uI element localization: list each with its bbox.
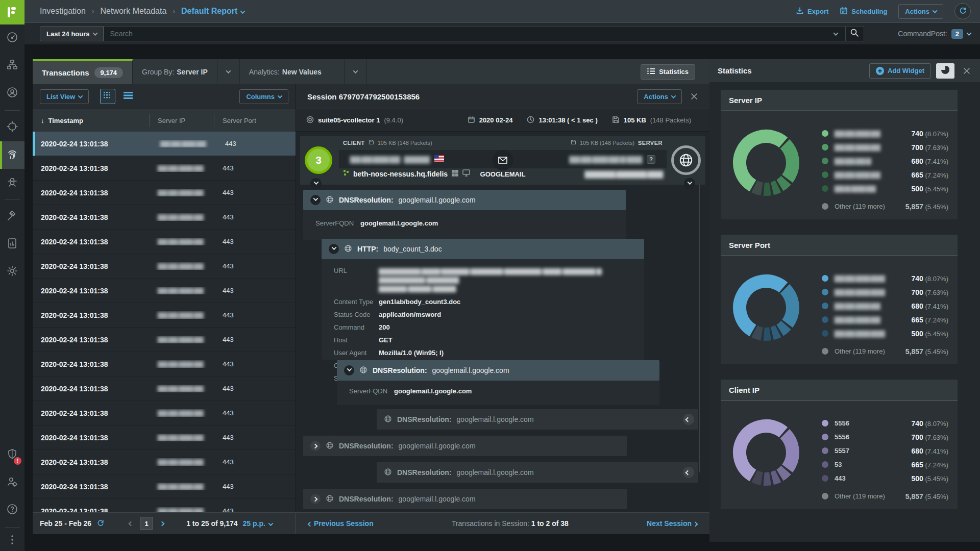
fidelis-logo[interactable] <box>0 0 24 24</box>
close-session-icon[interactable] <box>687 89 701 104</box>
breadcrumb-default-report[interactable]: Default Report <box>181 7 244 16</box>
collapse-node-button[interactable] <box>344 365 354 375</box>
tab-transactions[interactable]: Transactions 9,174 <box>33 59 133 84</box>
tree-node-dnsresolution-1[interactable]: DNSResolution:googlemail.l.google.com <box>303 190 626 210</box>
chevron-down-icon[interactable] <box>967 31 972 36</box>
collapse-node-button[interactable] <box>329 244 339 254</box>
sidebar-item-help[interactable] <box>0 496 24 524</box>
actions-dropdown[interactable]: Actions <box>898 4 943 19</box>
donut-chart-client-ip[interactable] <box>725 412 807 493</box>
analytics-dropdown[interactable] <box>345 59 367 84</box>
close-statistics-icon[interactable] <box>960 64 974 78</box>
legend-item[interactable]: 5557680 (7.41%) <box>822 444 948 458</box>
sidebar-item-user[interactable] <box>0 80 24 107</box>
prev-page-button[interactable] <box>129 521 134 526</box>
sidebar-item-settings[interactable] <box>0 258 24 286</box>
column-header-timestamp[interactable]: ↓Timestamp <box>33 114 150 127</box>
table-row[interactable]: 2020-02-24 13:01:38▇▇.▇▇.▇▇▇.▇▇443 <box>33 425 296 450</box>
table-row[interactable]: 2020-02-24 13:01:38▇▇.▇▇.▇▇▇.▇▇443 <box>33 303 296 328</box>
legend-item[interactable]: Other (119 more)5,857 (5.45%) <box>822 199 948 213</box>
sidebar-item-investigation[interactable] <box>0 141 24 169</box>
search-input[interactable] <box>104 30 827 38</box>
legend-item[interactable]: ▇▇.▇▇.▇▇▇.▇▇665 (7.24%) <box>822 313 948 327</box>
table-row[interactable]: 2020-02-24 13:01:38▇▇.▇▇.▇▇▇.▇▇443 <box>33 401 296 425</box>
auto-refresh-toggle[interactable] <box>954 3 971 19</box>
sidebar-item-system-health[interactable]: ! <box>0 441 24 469</box>
list-view-select[interactable]: List View <box>40 89 89 104</box>
expand-node-button[interactable] <box>310 441 321 451</box>
session-hop-badge[interactable]: 3 <box>305 146 332 174</box>
tree-node-dnsresolution-ghost[interactable]: DNSResolution:googlemail.l.google.com <box>377 462 698 483</box>
tree-node-dnsresolution-collapsed[interactable]: DNSResolution:googlemail.l.google.com <box>303 489 627 509</box>
group-by-dropdown[interactable] <box>217 59 240 84</box>
current-page[interactable]: 1 <box>140 517 153 530</box>
table-row[interactable]: 2020-02-24 13:01:38▇▇.▇▇.▇▇▇.▇▇443 <box>33 205 296 230</box>
donut-chart-server-port[interactable] <box>725 267 807 348</box>
legend-item[interactable]: ▇▇.▇▇.▇▇▇.▇▇▇740 (8.07%) <box>822 271 948 285</box>
export-button[interactable]: Export <box>796 7 828 16</box>
legend-item[interactable]: ▇▇.▇.▇▇▇.▇▇500 (5.45%) <box>822 182 948 195</box>
table-row[interactable]: 2020-02-24 13:01:38▇▇.▇▇.▇▇▇.▇▇443 <box>33 499 296 512</box>
expand-node-button[interactable] <box>310 494 321 504</box>
row-view-button[interactable] <box>120 89 136 104</box>
table-row[interactable]: 2020-02-24 13:01:38▇▇.▇▇.▇▇▇.▇▇443 <box>33 132 296 156</box>
legend-item[interactable]: ▇▇.▇▇.▇▇.▇680 (7.41%) <box>822 154 948 168</box>
legend-item[interactable]: ▇▇.▇▇.▇▇▇.▇▇680 (7.41%) <box>822 299 948 313</box>
collapse-node-button[interactable] <box>310 195 321 205</box>
table-row[interactable]: 2020-02-24 13:01:38▇▇.▇▇.▇▇▇.▇▇443 <box>33 230 296 254</box>
donut-chart-server-ip[interactable] <box>725 122 807 204</box>
pie-view-toggle[interactable] <box>936 63 954 79</box>
breadcrumb-network-metadata[interactable]: Network Metadata <box>101 7 167 16</box>
refresh-results-button[interactable] <box>96 519 105 529</box>
table-row[interactable]: 2020-02-24 13:01:38▇▇.▇▇.▇▇▇.▇▇443 <box>33 156 296 181</box>
table-row[interactable]: 2020-02-24 13:01:38▇▇.▇▇.▇▇▇.▇▇443 <box>33 450 296 474</box>
legend-item[interactable]: 5556700 (7.63%) <box>822 430 948 444</box>
search-history-dropdown[interactable] <box>827 27 845 41</box>
time-range-select[interactable]: Last 24 hours <box>40 26 104 41</box>
grid-view-button[interactable] <box>100 89 115 104</box>
table-row[interactable]: 2020-02-24 13:01:38▇▇.▇▇.▇▇▇.▇▇443 <box>33 181 296 205</box>
breadcrumb-investigation[interactable]: Investigation <box>40 7 86 16</box>
legend-item[interactable]: ▇▇.▇▇.▇▇▇.▇▇740 (8.07%) <box>822 127 948 140</box>
legend-item[interactable]: 443500 (5.45%) <box>822 471 948 485</box>
commandpost-count-badge[interactable]: 2 <box>951 29 963 39</box>
tab-group-by[interactable]: Group By:Server IP <box>133 59 217 84</box>
tree-node-http[interactable]: HTTP:body_count_3.doc <box>322 239 644 259</box>
table-row[interactable]: 2020-02-24 13:01:38▇▇.▇▇.▇▇▇.▇▇443 <box>33 377 296 401</box>
sidebar-item-detect[interactable] <box>0 114 24 141</box>
sidebar-item-reports[interactable] <box>0 231 24 258</box>
table-row[interactable]: 2020-02-24 13:01:38▇▇.▇▇.▇▇▇.▇▇443 <box>33 352 296 377</box>
per-page-select[interactable]: 25 p.p. <box>243 519 273 528</box>
sidebar-item-user-management[interactable] <box>0 469 24 496</box>
sidebar-item-dashboard[interactable] <box>0 24 24 52</box>
table-row[interactable]: 2020-02-24 13:01:38▇▇.▇▇.▇▇▇.▇▇443 <box>33 279 296 303</box>
table-row[interactable]: 2020-02-24 13:01:38▇▇.▇▇.▇▇▇.▇▇443 <box>33 254 296 279</box>
next-page-button[interactable] <box>160 521 165 526</box>
legend-item[interactable]: 53665 (7.24%) <box>822 458 948 471</box>
search-submit-button[interactable] <box>845 27 864 41</box>
tab-analytics[interactable]: Analytics:New Values <box>240 59 345 84</box>
legend-item[interactable]: Other (119 more)5,857 (5.45%) <box>822 489 948 503</box>
tree-node-dnsresolution-ghost[interactable]: DNSResolution:googlemail.l.google.com <box>377 409 698 430</box>
next-session-button[interactable]: Next Session <box>647 519 697 528</box>
tree-node-dnsresolution-2[interactable]: DNSResolution:googlemail.l.google.com <box>337 360 659 381</box>
legend-item[interactable]: ▇▇.▇▇.▇▇▇.▇▇▇700 (7.63%) <box>822 285 948 299</box>
globe-icon[interactable] <box>671 145 701 175</box>
legend-item[interactable]: Other (119 more)5,857 (5.45%) <box>822 344 948 358</box>
table-row[interactable]: 2020-02-24 13:01:38▇▇.▇▇.▇▇▇.▇▇443 <box>33 328 296 352</box>
scroll-left-button[interactable] <box>683 467 694 478</box>
legend-item[interactable]: ▇▇.▇▇.▇▇▇.▇▇700 (7.63%) <box>822 140 948 154</box>
client-expand-button[interactable] <box>310 178 322 189</box>
sidebar-item-compliance[interactable] <box>0 203 24 231</box>
mail-service-icon[interactable] <box>493 150 513 170</box>
sidebar-item-more[interactable] <box>0 531 24 551</box>
session-actions-dropdown[interactable]: Actions <box>637 89 682 104</box>
scroll-left-button[interactable] <box>683 414 694 425</box>
legend-item[interactable]: 5556740 (8.07%) <box>822 416 948 430</box>
previous-session-button[interactable]: Previous Session <box>308 519 374 528</box>
columns-select[interactable]: Columns <box>239 89 288 104</box>
column-header-server-port[interactable]: Server Port <box>214 114 281 127</box>
statistics-toggle-button[interactable]: Statistics <box>641 64 695 80</box>
column-header-server-ip[interactable]: Server IP <box>150 114 214 127</box>
server-expand-button[interactable] <box>684 178 695 189</box>
